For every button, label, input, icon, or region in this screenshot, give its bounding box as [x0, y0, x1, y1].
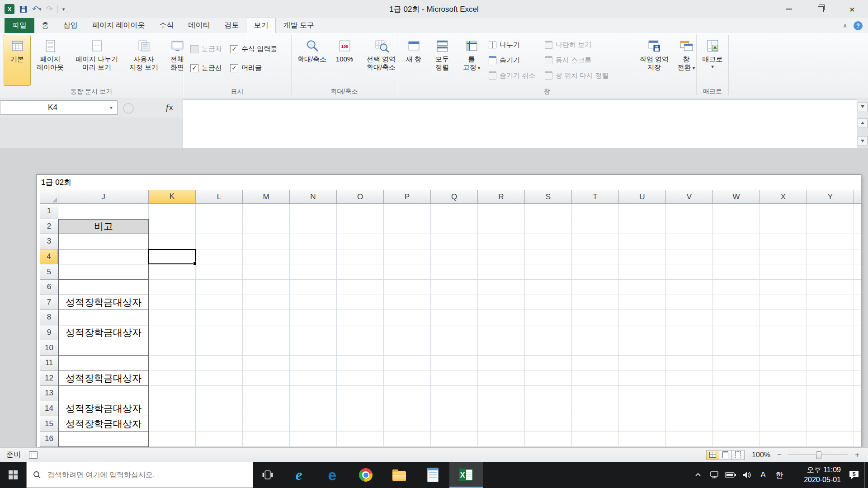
cell-O8[interactable] [337, 310, 384, 325]
tab-home[interactable]: 홈 [34, 18, 56, 33]
cell-K3[interactable] [149, 234, 196, 249]
cell-W12[interactable] [713, 371, 760, 386]
column-header-Q[interactable]: Q [431, 190, 478, 204]
cell-K12[interactable] [149, 371, 196, 386]
zoom-slider[interactable] [788, 451, 848, 459]
cell-K6[interactable] [149, 280, 196, 295]
cell-Q9[interactable] [431, 325, 478, 341]
cell-S3[interactable] [525, 234, 572, 249]
cell-L4[interactable] [196, 249, 243, 265]
cell-W2[interactable] [713, 219, 760, 235]
cell-J12[interactable]: 성적장학금대상자 [58, 371, 149, 386]
cell-U12[interactable] [619, 371, 666, 386]
cell-W9[interactable] [713, 325, 760, 341]
cell-W8[interactable] [713, 310, 760, 325]
cell-Y4[interactable] [807, 249, 854, 265]
cell-Q7[interactable] [431, 295, 478, 310]
save-workspace-button[interactable]: 작업 영역 저장 [636, 35, 672, 86]
cell-T14[interactable] [572, 401, 619, 417]
cell-N4[interactable] [290, 249, 337, 265]
page-break-preview-button[interactable]: 페이지 나누기 미리 보기 [70, 35, 124, 86]
help-icon[interactable]: ? [854, 21, 863, 30]
cell-K5[interactable] [149, 264, 196, 280]
cell-K13[interactable] [149, 386, 196, 401]
cell-X16[interactable] [760, 432, 807, 447]
cell-Q13[interactable] [431, 386, 478, 401]
cell-O5[interactable] [337, 264, 384, 280]
action-center-button[interactable]: 5 [844, 462, 864, 488]
row-header-12[interactable]: 12 [40, 371, 58, 386]
cell-T2[interactable] [572, 219, 619, 235]
cell-O16[interactable] [337, 432, 384, 447]
tab-page-layout[interactable]: 페이지 레이아웃 [85, 18, 152, 33]
cell-Q8[interactable] [431, 310, 478, 325]
save-button[interactable] [19, 3, 28, 15]
cell-Y7[interactable] [807, 295, 854, 310]
cell-Y13[interactable] [807, 386, 854, 401]
cell-Y3[interactable] [807, 234, 854, 249]
cell-Y15[interactable] [807, 416, 854, 432]
cell-S4[interactable] [525, 249, 572, 265]
column-header-J[interactable]: J [58, 190, 149, 204]
close-button[interactable]: × [836, 0, 868, 18]
cell-M13[interactable] [243, 386, 290, 401]
cell-Y9[interactable] [807, 325, 854, 341]
cell-P9[interactable] [384, 325, 431, 341]
cell-R16[interactable] [478, 432, 525, 447]
ime-latin-indicator[interactable]: A [755, 462, 771, 488]
column-header-U[interactable]: U [619, 190, 666, 204]
customize-qat-button[interactable]: ▾ [62, 6, 65, 12]
cell-K9[interactable] [149, 325, 196, 341]
cell-V7[interactable] [666, 295, 713, 310]
cell-O10[interactable] [337, 340, 384, 356]
cell-P8[interactable] [384, 310, 431, 325]
cell-Q5[interactable] [431, 264, 478, 280]
insert-function-button[interactable]: ffxx [159, 101, 180, 114]
cell-O2[interactable] [337, 219, 384, 235]
cell-U14[interactable] [619, 401, 666, 417]
cell-V10[interactable] [666, 340, 713, 356]
cell-S5[interactable] [525, 264, 572, 280]
undo-button[interactable]: ↶▾ [32, 3, 42, 15]
cell-V4[interactable] [666, 249, 713, 265]
cell-T7[interactable] [572, 295, 619, 310]
active-cell-K4[interactable] [148, 249, 196, 265]
switch-windows-button[interactable]: 창전환▾ [673, 35, 699, 86]
cell-J3[interactable] [58, 234, 149, 249]
cell-J13[interactable] [58, 386, 149, 401]
column-header-K[interactable]: K [149, 190, 196, 204]
cell-M10[interactable] [243, 340, 290, 356]
cell-S11[interactable] [525, 356, 572, 371]
search-input[interactable] [47, 470, 243, 479]
cell-T1[interactable] [572, 204, 619, 219]
cell-R8[interactable] [478, 310, 525, 325]
zoom-level-label[interactable]: 100% [752, 451, 770, 459]
cell-V1[interactable] [666, 204, 713, 219]
page-layout-view-shortcut[interactable] [719, 450, 732, 460]
cell-K2[interactable] [149, 219, 196, 235]
cell-R9[interactable] [478, 325, 525, 341]
cell-M9[interactable] [243, 325, 290, 341]
cell-J2[interactable]: 비고 [58, 219, 149, 235]
page-layout-view-button[interactable]: 페이지 레이아웃 [32, 35, 69, 86]
cell-N8[interactable] [290, 310, 337, 325]
cell-P7[interactable] [384, 295, 431, 310]
column-header-Y[interactable]: Y [807, 190, 854, 204]
cell-T3[interactable] [572, 234, 619, 249]
tab-data[interactable]: 데이터 [181, 18, 217, 33]
cell-R2[interactable] [478, 219, 525, 235]
cell-N14[interactable] [290, 401, 337, 417]
minimize-ribbon-icon[interactable]: ∧ [843, 22, 847, 29]
cell-V15[interactable] [666, 416, 713, 432]
synchronous-scrolling-button[interactable]: 동시 스크롤 [543, 54, 635, 66]
cell-K14[interactable] [149, 401, 196, 417]
cell-N7[interactable] [290, 295, 337, 310]
cell-U8[interactable] [619, 310, 666, 325]
cell-L2[interactable] [196, 219, 243, 235]
cell-S10[interactable] [525, 340, 572, 356]
cell-R4[interactable] [478, 249, 525, 265]
split-button[interactable]: 나누기 [487, 38, 542, 51]
cell-L1[interactable] [196, 204, 243, 219]
cell-K11[interactable] [149, 356, 196, 371]
cell-Y1[interactable] [807, 204, 854, 219]
